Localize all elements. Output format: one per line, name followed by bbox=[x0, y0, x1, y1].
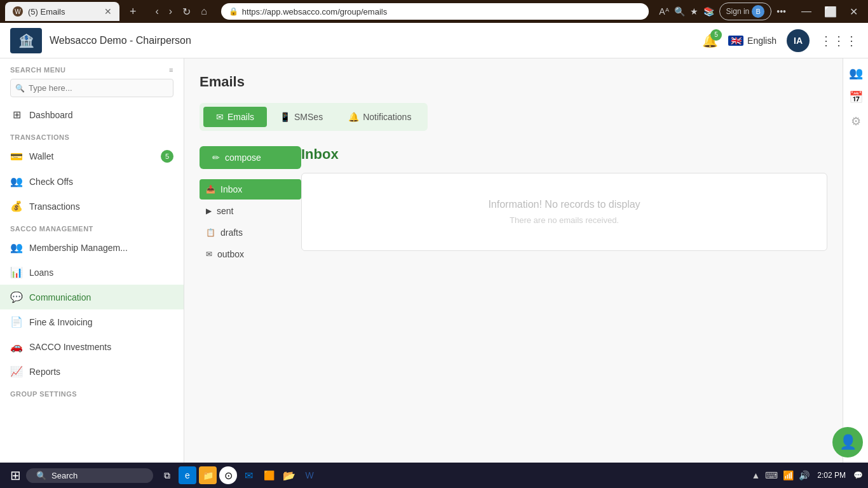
rail-users-icon[interactable]: 👥 bbox=[849, 66, 863, 80]
sidebar: SEARCH MENU ≡ 🔍 ⊞ Dashboard TRANSACTIONS… bbox=[0, 58, 184, 488]
refresh-button[interactable]: ↻ bbox=[179, 3, 194, 20]
tab-emails[interactable]: ✉ Emails bbox=[203, 107, 267, 127]
checkoffs-icon: 👥 bbox=[10, 175, 23, 187]
keyboard-icon[interactable]: ⌨ bbox=[765, 470, 778, 480]
taskbar: ⊞ 🔍 Search ⧉ e 📁 ⊙ ✉ 🟧 📂 W ▲ ⌨ 📶 bbox=[0, 463, 868, 488]
sent-icon: ▶ bbox=[206, 207, 212, 215]
taskbar-right: ▲ ⌨ 📶 🔊 2:02 PM 💬 bbox=[751, 470, 863, 480]
apps-grid-icon[interactable]: ⋮⋮⋮ bbox=[820, 33, 858, 48]
browser-actions: Aᴬ 🔍 ★ 📚 Sign in B ••• bbox=[659, 3, 786, 20]
taskbar-search[interactable]: 🔍 Search bbox=[26, 468, 153, 483]
wallet-icon: 💳 bbox=[10, 151, 23, 163]
email-nav-outbox[interactable]: ✉ outbox bbox=[200, 244, 301, 264]
empty-state-title: Information! No records to display bbox=[327, 199, 801, 210]
close-window-button[interactable]: ✕ bbox=[844, 6, 863, 18]
sidebar-item-reports[interactable]: 📈 Reports bbox=[0, 359, 184, 384]
email-nav-drafts[interactable]: 📋 drafts bbox=[200, 222, 301, 243]
membership-label: Membership Managem... bbox=[29, 243, 128, 253]
email-content: Inbox Information! No records to display… bbox=[301, 146, 827, 266]
sign-in-button[interactable]: Sign in B bbox=[719, 3, 772, 20]
sidebar-item-communication[interactable]: 💬 Communication bbox=[0, 285, 184, 309]
notifications-tab-label: Notifications bbox=[363, 112, 411, 122]
search-menu-input[interactable] bbox=[10, 79, 173, 97]
network-icon[interactable]: 📶 bbox=[783, 470, 794, 480]
notification-badge: 5 bbox=[710, 29, 722, 41]
sidebar-item-investments[interactable]: 🚗 SACCO Investments bbox=[0, 334, 184, 359]
compose-icon: ✏ bbox=[212, 152, 220, 163]
search-menu-header: SEARCH MENU ≡ 🔍 bbox=[0, 58, 184, 102]
home-button[interactable]: ⌂ bbox=[197, 3, 211, 20]
sidebar-item-wallet[interactable]: 💳 Wallet 5 bbox=[0, 144, 184, 169]
new-tab-button[interactable]: + bbox=[125, 5, 142, 18]
reader-mode-icon[interactable]: Aᴬ bbox=[659, 6, 668, 17]
search-input-wrap: 🔍 bbox=[10, 79, 173, 97]
sidebar-item-checkoffs[interactable]: 👥 Check Offs bbox=[0, 169, 184, 194]
start-button[interactable]: ⊞ bbox=[5, 465, 26, 485]
right-rail: 👥 📅 ⚙ bbox=[843, 58, 868, 488]
office-icon[interactable]: 🟧 bbox=[260, 466, 278, 484]
sidebar-item-membership[interactable]: 👥 Membership Managem... bbox=[0, 235, 184, 260]
edge-icon[interactable]: e bbox=[179, 466, 196, 484]
email-nav-sent[interactable]: ▶ sent bbox=[200, 201, 301, 221]
volume-icon[interactable]: 🔊 bbox=[799, 470, 810, 480]
email-tab-icon: ✉ bbox=[216, 112, 224, 122]
mail-icon[interactable]: ✉ bbox=[240, 466, 257, 484]
transactions-icon: 💰 bbox=[10, 200, 23, 212]
chrome-icon[interactable]: ⊙ bbox=[219, 466, 237, 484]
collections-icon[interactable]: 📚 bbox=[703, 6, 714, 17]
sidebar-item-fine-invoicing[interactable]: 📄 Fine & Invoicing bbox=[0, 309, 184, 334]
user-initials: IA bbox=[794, 36, 803, 46]
app-header: 🏦 Websacco Demo - Chairperson 🔔 5 Englis… bbox=[0, 23, 868, 58]
tab-notifications[interactable]: 🔔 Notifications bbox=[336, 107, 424, 127]
profile-icon: B bbox=[752, 5, 764, 18]
group-settings-label: GROUP SETTINGS bbox=[0, 384, 184, 400]
minimize-button[interactable]: — bbox=[796, 6, 817, 17]
sidebar-item-loans[interactable]: 📊 Loans bbox=[0, 260, 184, 285]
sms-tab-icon: 📱 bbox=[280, 112, 290, 122]
user-avatar[interactable]: IA bbox=[787, 29, 810, 52]
tray-up-arrow[interactable]: ▲ bbox=[751, 470, 760, 480]
taskbar-search-icon: 🔍 bbox=[36, 471, 46, 480]
email-sidebar: ✏ compose 📥 Inbox ▶ sent 📋 drafts ✉ bbox=[200, 146, 301, 266]
language-label: English bbox=[747, 36, 776, 46]
more-options-icon[interactable]: ••• bbox=[776, 6, 786, 17]
rail-settings-icon[interactable]: ⚙ bbox=[851, 114, 861, 128]
task-view-icon[interactable]: ⧉ bbox=[158, 466, 176, 484]
language-selector[interactable]: English bbox=[728, 36, 776, 46]
sidebar-item-dashboard[interactable]: ⊞ Dashboard bbox=[0, 102, 184, 127]
sidebar-item-transactions[interactable]: 💰 Transactions bbox=[0, 194, 184, 219]
header-right: 🔔 5 English IA ⋮⋮⋮ bbox=[702, 29, 858, 52]
compose-label: compose bbox=[225, 152, 261, 163]
sacco-management-label: SACCO MANAGEMENT bbox=[0, 219, 184, 235]
address-bar[interactable]: 🔒 https://app.websacco.com/group/emails bbox=[221, 3, 649, 20]
forward-button[interactable]: › bbox=[165, 3, 176, 20]
explorer-icon[interactable]: 📁 bbox=[199, 466, 217, 484]
emails-tab-label: Emails bbox=[227, 112, 254, 122]
browser-tab[interactable]: W (5) Emails ✕ bbox=[5, 2, 119, 21]
compose-button[interactable]: ✏ compose bbox=[200, 146, 301, 169]
tab-close-button[interactable]: ✕ bbox=[104, 6, 112, 17]
favorites-icon[interactable]: ★ bbox=[690, 6, 698, 17]
zoom-icon[interactable]: 🔍 bbox=[674, 6, 685, 17]
file-manager-icon[interactable]: 📂 bbox=[280, 466, 298, 484]
support-chat-button[interactable]: 👤 bbox=[832, 427, 863, 458]
page-title: Emails bbox=[200, 74, 827, 90]
support-chat-icon: 👤 bbox=[839, 434, 857, 451]
rail-calendar-icon[interactable]: 📅 bbox=[849, 90, 863, 104]
maximize-button[interactable]: ⬜ bbox=[819, 6, 842, 18]
tray-icons: ▲ ⌨ 📶 🔊 bbox=[751, 470, 810, 480]
inbox-title: Inbox bbox=[301, 146, 827, 163]
notification-center[interactable]: 💬 bbox=[853, 471, 863, 480]
notifications-button[interactable]: 🔔 5 bbox=[702, 33, 718, 48]
transactions-section-label: TRANSACTIONS bbox=[0, 127, 184, 144]
window-controls: — ⬜ ✕ bbox=[796, 6, 863, 18]
tab-smses[interactable]: 📱 SMSes bbox=[267, 107, 336, 127]
fine-invoicing-icon: 📄 bbox=[10, 316, 23, 328]
browser-controls: ‹ › ↻ ⌂ bbox=[152, 3, 211, 20]
word-icon[interactable]: W bbox=[301, 466, 318, 484]
inbox-nav-label: Inbox bbox=[220, 184, 242, 194]
communication-icon: 💬 bbox=[10, 291, 23, 303]
loans-label: Loans bbox=[29, 268, 53, 278]
back-button[interactable]: ‹ bbox=[152, 3, 163, 20]
email-nav-inbox[interactable]: 📥 Inbox bbox=[200, 179, 301, 200]
